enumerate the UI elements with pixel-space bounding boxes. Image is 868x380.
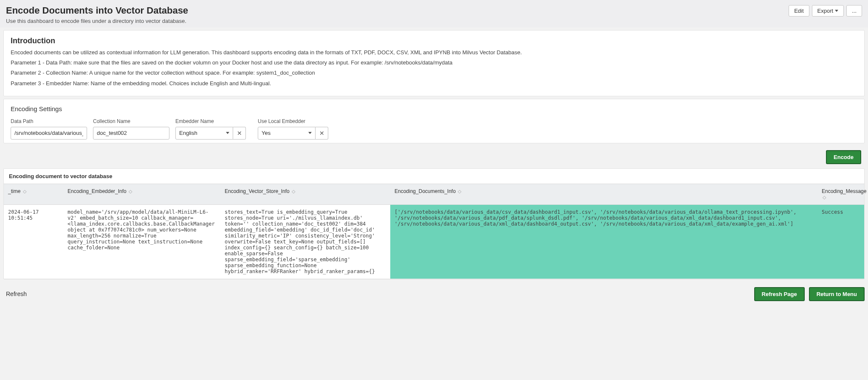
embedder-name-label: Embedder Name — [175, 118, 252, 124]
return-menu-label: Return to Menu — [817, 291, 857, 297]
col-vector[interactable]: Encoding_Vector_Store_Info ◇ — [220, 184, 390, 204]
collection-name-input[interactable] — [93, 127, 169, 140]
footer-buttons: Refresh Page Return to Menu — [754, 287, 865, 301]
use-local-group: Use Local Embedder Yes ✕ — [258, 118, 334, 140]
data-path-input[interactable] — [11, 127, 87, 140]
use-local-value: Yes — [262, 130, 271, 136]
refresh-link[interactable]: Refresh — [6, 291, 27, 297]
use-local-select[interactable]: Yes — [258, 127, 316, 140]
cell-documents: ['/srv/notebooks/data/various_data/csv_d… — [390, 204, 817, 279]
col-documents-label: Encoding_Documents_Info — [395, 188, 456, 194]
table-row: 2024-06-17 10:51:45 model_name='/srv/app… — [4, 204, 864, 279]
edit-button[interactable]: Edit — [789, 5, 809, 17]
chevron-down-icon — [835, 10, 838, 12]
sort-icon: ◇ — [292, 189, 295, 194]
sort-icon: ◇ — [23, 189, 26, 194]
results-panel: Encoding document to vector database _ti… — [3, 168, 865, 279]
col-documents[interactable]: Encoding_Documents_Info ◇ — [390, 184, 817, 204]
intro-param2: Parameter 2 - Collection Name: A unique … — [11, 69, 857, 77]
results-title: Encoding document to vector database — [4, 169, 864, 184]
refresh-page-button[interactable]: Refresh Page — [754, 287, 805, 301]
embedder-name-select[interactable]: English — [175, 127, 233, 140]
use-local-label: Use Local Embedder — [258, 118, 334, 124]
data-path-label: Data Path — [11, 118, 87, 124]
col-vector-label: Encoding_Vector_Store_Info — [225, 188, 290, 194]
embedder-name-value: English — [179, 130, 197, 136]
encode-row: Encode — [0, 146, 868, 168]
sort-icon: ◇ — [458, 189, 461, 194]
close-icon: ✕ — [237, 130, 242, 137]
more-button[interactable]: ... — [846, 5, 862, 17]
settings-panel: Encoding Settings Data Path Collection N… — [3, 99, 865, 143]
intro-param1: Parameter 1 - Data Path: make sure that … — [11, 59, 857, 67]
intro-desc: Encoded documents can be utilized as con… — [11, 49, 857, 56]
edit-label: Edit — [794, 8, 803, 14]
collection-name-label: Collection Name — [93, 118, 169, 124]
col-message-label: Encoding_Message — [822, 188, 866, 194]
chevron-down-icon — [308, 132, 312, 134]
intro-param3: Parameter 3 - Embedder Name: Name of the… — [11, 80, 857, 87]
col-embedder[interactable]: Encoding_Embedder_Info ◇ — [63, 184, 220, 204]
intro-heading: Introduction — [11, 36, 857, 45]
settings-title: Encoding Settings — [11, 105, 857, 112]
cell-embedder: model_name='/srv/app/model/data/all-Mini… — [63, 204, 220, 279]
col-message[interactable]: Encoding_Message ◇ — [817, 184, 864, 204]
cell-time: 2024-06-17 10:51:45 — [4, 204, 63, 279]
use-local-clear-button[interactable]: ✕ — [316, 127, 328, 140]
page-title: Encode Documents into Vector Database — [6, 5, 188, 16]
export-button[interactable]: Export — [812, 5, 844, 17]
header-actions: Edit Export ... — [789, 5, 862, 17]
encode-button[interactable]: Encode — [826, 150, 861, 164]
chevron-down-icon — [226, 132, 229, 134]
collection-name-group: Collection Name — [93, 118, 169, 140]
results-table: _time ◇ Encoding_Embedder_Info ◇ Encodin… — [4, 184, 864, 279]
col-embedder-label: Encoding_Embedder_Info — [68, 188, 127, 194]
page-header: Encode Documents into Vector Database Us… — [0, 0, 868, 28]
return-menu-button[interactable]: Return to Menu — [809, 287, 865, 301]
settings-row: Data Path Collection Name Embedder Name … — [11, 118, 857, 140]
data-path-group: Data Path — [11, 118, 87, 140]
footer-row: Refresh Refresh Page Return to Menu — [0, 282, 868, 309]
sort-icon: ◇ — [129, 189, 132, 194]
embedder-clear-button[interactable]: ✕ — [233, 127, 246, 140]
col-time-label: _time — [8, 188, 20, 194]
col-time[interactable]: _time ◇ — [4, 184, 63, 204]
refresh-page-label: Refresh Page — [762, 291, 797, 297]
intro-panel: Introduction Encoded documents can be ut… — [3, 30, 865, 96]
cell-message: Success — [817, 204, 864, 279]
more-label: ... — [852, 8, 857, 14]
encode-label: Encode — [834, 154, 854, 160]
export-label: Export — [817, 8, 834, 14]
page-subtitle: Use this dashboard to encode files under… — [6, 18, 188, 24]
sort-icon: ◇ — [823, 195, 826, 200]
close-icon: ✕ — [319, 130, 324, 137]
embedder-name-group: Embedder Name English ✕ — [175, 118, 252, 140]
header-left: Encode Documents into Vector Database Us… — [6, 5, 188, 24]
table-header-row: _time ◇ Encoding_Embedder_Info ◇ Encodin… — [4, 184, 864, 204]
cell-vector: stores_text=True is_embedding_query=True… — [220, 204, 390, 279]
